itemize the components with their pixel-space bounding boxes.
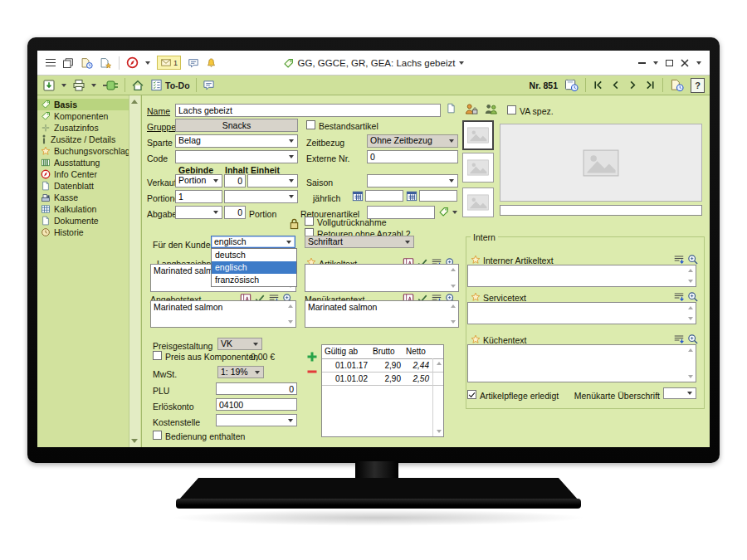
sidebar-item-dokumente[interactable]: Dokumente (37, 215, 133, 226)
chevron-down-icon[interactable] (653, 61, 658, 65)
star-icon[interactable] (471, 334, 481, 344)
scroll-up-icon[interactable] (288, 304, 293, 308)
compass-icon[interactable] (126, 56, 139, 69)
servicetext-textarea[interactable] (467, 302, 696, 324)
saison-select[interactable] (367, 174, 458, 187)
sprache-select[interactable]: englisch (211, 236, 295, 248)
sidebar-item-buchungsvorschlag[interactable]: Buchungsvorschlag (37, 145, 133, 157)
kuechentext-textarea[interactable] (467, 344, 696, 382)
todo-button[interactable]: To-Do (150, 79, 190, 91)
menukartentext-textarea[interactable]: Marinated salmon (305, 300, 459, 328)
windows-icon[interactable] (62, 57, 74, 69)
va-spez-checkbox[interactable] (507, 105, 516, 114)
persons-icon[interactable] (484, 104, 498, 114)
close-button[interactable] (681, 59, 689, 67)
scroll-up-icon[interactable] (451, 268, 456, 271)
save-icon[interactable] (42, 79, 56, 92)
bedienung-enthalten-checkbox[interactable] (153, 431, 162, 440)
image-thumbnail[interactable] (462, 153, 494, 183)
image-preview[interactable] (500, 124, 702, 202)
dropdown-option-englisch[interactable]: englisch (212, 261, 296, 274)
sidebar-item-kalkulation[interactable]: Kalkulation (37, 203, 133, 215)
tag-icon[interactable] (438, 207, 449, 217)
portionen-einheit-select[interactable] (224, 190, 298, 203)
nav-next-icon[interactable] (627, 80, 638, 90)
zeitbezug-select[interactable]: Ohne Zeitbezug (367, 134, 458, 148)
scroll-up-icon[interactable] (437, 362, 442, 365)
externe-nr-input[interactable]: 0 (367, 150, 458, 163)
hamburger-menu-icon[interactable] (46, 59, 56, 67)
chat-icon[interactable] (203, 79, 215, 91)
exit-plug-icon[interactable] (102, 80, 119, 91)
preis-aus-komponenten-checkbox[interactable] (153, 351, 162, 360)
dropdown-option-franzoesisch[interactable]: französisch (212, 274, 296, 286)
scroll-up-icon[interactable] (688, 269, 693, 272)
erloeskonto-input[interactable]: 04100 (216, 398, 297, 411)
sidebar-item-zusaetze-details[interactable]: Zusätze / Details (37, 134, 133, 145)
scroll-up-icon[interactable] (688, 348, 693, 352)
scroll-up-icon[interactable] (131, 100, 138, 104)
verkauf-inhalt-input[interactable]: 0 (224, 174, 246, 187)
dropdown-option-deutsch[interactable]: deutsch (212, 249, 296, 261)
note-document-icon[interactable] (446, 102, 456, 114)
sidebar-scrollbar[interactable] (129, 95, 140, 447)
price-table[interactable]: Gültig ab Brutto Netto 01.01.17 2,90 2,4… (321, 344, 444, 437)
chevron-down-icon[interactable] (696, 61, 701, 65)
mwst-select[interactable]: 1: 19% (217, 366, 264, 378)
scroll-down-icon[interactable] (131, 439, 138, 443)
vollgutruecknahme-checkbox[interactable] (305, 217, 314, 226)
sidebar-item-kasse[interactable]: Kasse (37, 192, 133, 203)
nav-previous-icon[interactable] (610, 80, 621, 90)
scroll-down-icon[interactable] (451, 285, 456, 288)
add-price-button[interactable] (306, 351, 318, 363)
abgabe-menge-input[interactable]: 0 (224, 206, 246, 219)
scroll-down-icon[interactable] (688, 317, 693, 320)
portionen-input[interactable]: 1 (175, 190, 222, 203)
person-lock-icon[interactable] (464, 104, 478, 114)
sidebar-item-ausstattung[interactable]: Ausstattung (37, 157, 133, 168)
name-input[interactable]: Lachs gebeizt (175, 104, 441, 117)
verkauf-gebinde-select[interactable]: Portion (175, 174, 222, 187)
image-thumbnail[interactable] (462, 120, 494, 150)
remove-price-button[interactable] (306, 366, 318, 377)
bestandsartikel-checkbox[interactable] (306, 120, 315, 129)
document-clock-icon[interactable] (81, 57, 93, 69)
sidebar-item-zusatzinfos[interactable]: Zusatzinfos (37, 122, 133, 134)
magnifier-plus-icon[interactable] (687, 254, 699, 265)
kostenstelle-select[interactable] (216, 414, 297, 426)
sidebar-item-info-center[interactable]: Info Center (37, 168, 133, 180)
chevron-down-icon[interactable] (91, 84, 96, 87)
list-down-icon[interactable] (673, 291, 685, 303)
disk-clock-icon[interactable] (564, 79, 579, 91)
schriftart-select[interactable]: Schriftart (305, 236, 414, 248)
sidebar-item-historie[interactable]: Historie (37, 226, 133, 238)
price-table-row[interactable]: 01.01.02 2,90 2,50 (322, 373, 443, 386)
document-clock-icon[interactable] (670, 79, 684, 91)
calendar-icon[interactable] (406, 190, 417, 202)
chevron-down-icon[interactable] (145, 61, 150, 65)
sidebar-item-komponenten[interactable]: Komponenten (37, 110, 133, 122)
artikelpflege-checkbox[interactable] (467, 390, 476, 399)
menukarte-ueberschrift-select[interactable] (663, 387, 696, 399)
maximize-button[interactable] (666, 60, 673, 66)
verkauf-einheit-select[interactable] (247, 174, 298, 187)
scroll-down-icon[interactable] (451, 320, 456, 324)
plu-input[interactable]: 0 (216, 382, 297, 395)
sparte-select[interactable]: Belag (175, 134, 298, 148)
jaehrlich-bis-input[interactable] (419, 190, 457, 202)
preisgestaltung-select[interactable]: VK (217, 338, 262, 350)
artikeltext-textarea[interactable] (305, 264, 459, 292)
jaehrlich-von-input[interactable] (365, 190, 403, 202)
price-table-row[interactable]: 01.01.17 2,90 2,44 (322, 359, 443, 373)
scroll-down-icon[interactable] (437, 430, 442, 433)
printer-icon[interactable] (72, 79, 85, 92)
star-icon[interactable] (471, 292, 481, 302)
document-star-icon[interactable] (100, 57, 112, 69)
chevron-down-icon[interactable] (61, 84, 66, 87)
code-select[interactable] (175, 150, 298, 163)
nav-first-icon[interactable] (593, 80, 603, 90)
calendar-icon[interactable] (352, 190, 364, 202)
magnifier-plus-icon[interactable] (687, 291, 699, 303)
star-icon[interactable] (471, 255, 481, 265)
abgabe-select[interactable] (175, 206, 222, 219)
